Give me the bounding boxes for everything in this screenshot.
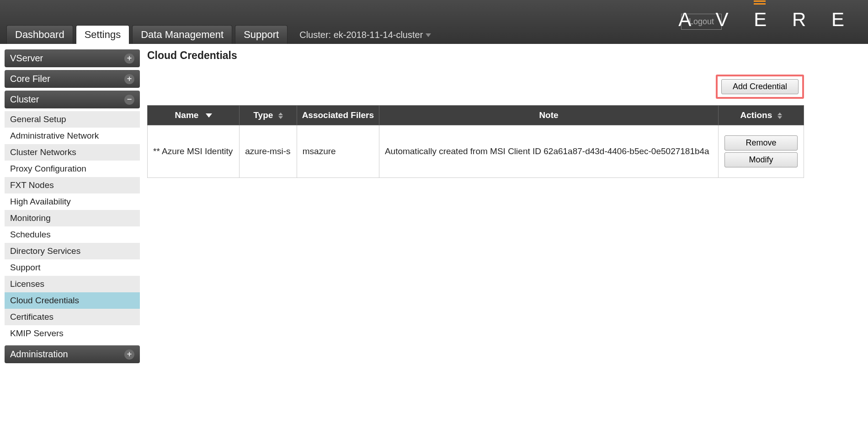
col-type[interactable]: Type [240, 106, 297, 125]
main-tabs: Dashboard Settings Data Management Suppo… [6, 25, 431, 44]
modify-button[interactable]: Modify [724, 152, 798, 167]
sidebar-item-proxy-config[interactable]: Proxy Configuration [5, 161, 140, 177]
credentials-table: Name Type Associated Filers Note Actio [147, 105, 804, 178]
col-type-label: Type [253, 110, 273, 120]
cell-name: ** Azure MSI Identity [148, 125, 240, 178]
tab-settings[interactable]: Settings [76, 25, 130, 44]
remove-button[interactable]: Remove [724, 135, 798, 150]
tab-dashboard[interactable]: Dashboard [6, 25, 73, 44]
sidebar-item-monitoring[interactable]: Monitoring [5, 210, 140, 226]
col-name-label: Name [175, 110, 199, 120]
plus-icon: + [124, 54, 134, 64]
sidebar-item-fxt-nodes[interactable]: FXT Nodes [5, 177, 140, 193]
page-title: Cloud Credentials [147, 49, 804, 62]
tab-data-management[interactable]: Data Management [132, 25, 232, 44]
cluster-label-text: Cluster: ek-2018-11-14-cluster [299, 30, 423, 40]
sidebar-item-cluster-networks[interactable]: Cluster Networks [5, 144, 140, 161]
sidebar-section-core-filer[interactable]: Core Filer + [5, 70, 140, 88]
sidebar-section-cluster[interactable]: Cluster − [5, 91, 140, 108]
sort-icon [777, 113, 782, 119]
sidebar-item-cloud-credentials[interactable]: Cloud Credentials [5, 292, 140, 309]
sidebar-section-label: VServer [10, 53, 43, 64]
cluster-dropdown[interactable]: Cluster: ek-2018-11-14-cluster [299, 30, 431, 44]
col-name[interactable]: Name [148, 106, 240, 125]
cell-note: Automatically created from MSI Client ID… [379, 125, 718, 178]
sidebar-item-certificates[interactable]: Certificates [5, 309, 140, 325]
sidebar-item-general-setup[interactable]: General Setup [5, 111, 140, 128]
plus-icon: + [124, 74, 134, 84]
col-filers-label: Associated Filers [302, 110, 374, 120]
sidebar-item-high-availability[interactable]: High Availability [5, 193, 140, 210]
sidebar-cluster-items: General Setup Administrative Network Clu… [5, 111, 140, 342]
sidebar-item-kmip-servers[interactable]: KMIP Servers [5, 325, 140, 342]
sidebar-item-schedules[interactable]: Schedules [5, 226, 140, 243]
add-credential-highlight: Add Credential [716, 75, 804, 99]
add-credential-row: Add Credential [147, 75, 804, 99]
sidebar-section-label: Cluster [10, 94, 39, 105]
plus-icon: + [124, 349, 134, 360]
cell-actions: Remove Modify [719, 125, 804, 178]
sidebar-item-admin-network[interactable]: Administrative Network [5, 128, 140, 144]
sidebar-section-administration[interactable]: Administration + [5, 345, 140, 363]
sort-desc-icon [206, 113, 212, 118]
sidebar-item-licenses[interactable]: Licenses [5, 276, 140, 292]
sidebar: VServer + Core Filer + Cluster − General… [5, 49, 140, 366]
sidebar-item-support[interactable]: Support [5, 259, 140, 276]
table-row: ** Azure MSI Identity azure-msi-s msazur… [148, 125, 804, 178]
brand-logo: A V E R E [678, 8, 854, 31]
sidebar-section-vserver[interactable]: VServer + [5, 49, 140, 67]
sidebar-section-label: Administration [10, 349, 68, 360]
table-header-row: Name Type Associated Filers Note Actio [148, 106, 804, 125]
col-note: Note [379, 106, 718, 125]
col-actions[interactable]: Actions [719, 106, 804, 125]
col-filers: Associated Filers [297, 106, 379, 125]
cell-filers: msazure [297, 125, 379, 178]
top-bar: Dashboard Settings Data Management Suppo… [0, 0, 868, 44]
add-credential-button[interactable]: Add Credential [721, 79, 799, 94]
col-note-label: Note [539, 110, 558, 120]
sidebar-section-label: Core Filer [10, 74, 50, 84]
sidebar-item-directory-services[interactable]: Directory Services [5, 243, 140, 259]
minus-icon: − [124, 95, 134, 105]
content-area: VServer + Core Filer + Cluster − General… [0, 44, 868, 371]
sort-icon [278, 113, 283, 119]
main-panel: Cloud Credentials Add Credential Name Ty… [147, 49, 863, 366]
col-actions-label: Actions [740, 110, 772, 120]
cell-type: azure-msi-s [240, 125, 297, 178]
chevron-down-icon [426, 33, 431, 37]
tab-support[interactable]: Support [235, 25, 288, 44]
